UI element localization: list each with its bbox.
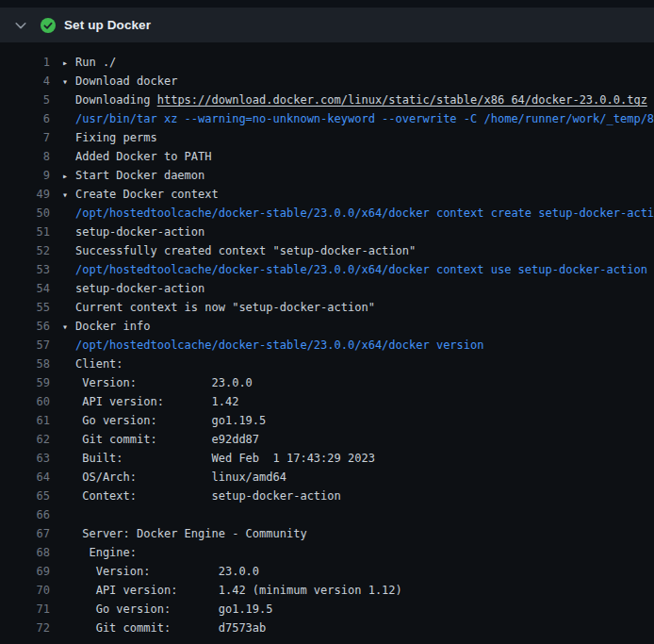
line-number[interactable]: 66	[0, 505, 50, 524]
line-number[interactable]: 72	[0, 619, 50, 637]
line-number[interactable]: 67	[0, 524, 50, 543]
success-check-icon	[41, 18, 56, 33]
log-text: Engine:	[75, 546, 137, 559]
log-group-line[interactable]: 1▸Run ./	[0, 53, 654, 72]
log-text: Run ./	[75, 56, 116, 69]
line-number[interactable]: 55	[0, 298, 50, 317]
line-number[interactable]: 50	[0, 204, 50, 223]
triangle-right-icon: ▸	[62, 167, 75, 185]
log-command-text: /opt/hostedtoolcache/docker-stable/23.0.…	[75, 206, 654, 220]
log-text: Client:	[75, 357, 123, 371]
log-line: 66	[0, 505, 654, 524]
line-number[interactable]: 59	[0, 373, 50, 392]
line-number[interactable]: 71	[0, 600, 50, 619]
log-text: Download docker	[75, 74, 177, 88]
log-text: Current context is now "setup-docker-act…	[75, 301, 375, 314]
log-line: 52Successfully created context "setup-do…	[0, 241, 654, 260]
log-line: 55Current context is now "setup-docker-a…	[0, 298, 654, 317]
log-line: 8Added Docker to PATH	[0, 147, 654, 166]
log-line: 70 API version: 1.42 (minimum version 1.…	[0, 581, 654, 600]
log-line: 65 Context: setup-docker-action	[0, 487, 654, 505]
log-text: API version: 1.42	[75, 395, 238, 408]
log-line: 53/opt/hostedtoolcache/docker-stable/23.…	[0, 260, 654, 279]
actions-log-page: Set up Docker 1▸Run ./4▾Download docker5…	[0, 8, 654, 644]
log-text: Built: Wed Feb 1 17:43:29 2023	[75, 452, 375, 465]
log-text: setup-docker-action	[75, 282, 204, 295]
log-text: Go version: go1.19.5	[75, 414, 266, 427]
line-number[interactable]: 65	[0, 487, 50, 505]
log-group-line[interactable]: 56▾Docker info	[0, 317, 654, 336]
log-line: 51setup-docker-action	[0, 223, 654, 241]
log-text: Server: Docker Engine - Community	[75, 527, 307, 540]
log-line: 63 Built: Wed Feb 1 17:43:29 2023	[0, 449, 654, 468]
line-number[interactable]: 7	[0, 128, 50, 147]
log-line: 62 Git commit: e92dd87	[0, 430, 654, 449]
line-number[interactable]: 69	[0, 562, 50, 581]
line-number[interactable]: 61	[0, 411, 50, 430]
line-number[interactable]: 64	[0, 468, 50, 487]
log-text: Context: setup-docker-action	[75, 489, 341, 503]
line-number[interactable]: 4	[0, 72, 50, 91]
line-number[interactable]: 6	[0, 109, 50, 128]
log-text: Fixing perms	[75, 131, 157, 144]
log-line: 64 OS/Arch: linux/amd64	[0, 468, 654, 487]
log-text: Git commit: d7573ab	[75, 621, 266, 635]
line-number[interactable]: 57	[0, 336, 50, 355]
log-line: 59 Version: 23.0.0	[0, 373, 654, 392]
line-number[interactable]: 5	[0, 91, 50, 109]
log-link[interactable]: https://download.docker.com/linux/static…	[157, 93, 647, 107]
line-number[interactable]: 52	[0, 241, 50, 260]
log-group-line[interactable]: 9▸Start Docker daemon	[0, 166, 654, 185]
log-text-segment: Downloading	[75, 93, 157, 107]
triangle-down-icon: ▾	[62, 186, 75, 204]
log-command-text: /usr/bin/tar xz --warning=no-unknown-key…	[75, 112, 654, 125]
log-line: 54setup-docker-action	[0, 279, 654, 298]
log-text: Create Docker context	[75, 188, 219, 201]
line-number[interactable]: 8	[0, 147, 50, 166]
step-title: Set up Docker	[64, 18, 151, 32]
log-text: Downloading https://download.docker.com/…	[75, 93, 647, 107]
log-line: 5Downloading https://download.docker.com…	[0, 91, 654, 109]
log-line: 50/opt/hostedtoolcache/docker-stable/23.…	[0, 204, 654, 223]
line-number[interactable]: 53	[0, 260, 50, 279]
log-group-line[interactable]: 4▾Download docker	[0, 72, 654, 91]
line-number[interactable]: 49	[0, 185, 50, 204]
log-group-line[interactable]: 49▾Create Docker context	[0, 185, 654, 204]
line-number[interactable]: 51	[0, 223, 50, 241]
log-line: 71 Go version: go1.19.5	[0, 600, 654, 619]
log-line: 69 Version: 23.0.0	[0, 562, 654, 581]
line-number[interactable]: 58	[0, 355, 50, 373]
log-text: Version: 23.0.0	[75, 376, 253, 389]
log-line: 72 Git commit: d7573ab	[0, 619, 654, 637]
log-text: API version: 1.42 (minimum version 1.12)	[75, 584, 402, 597]
log-line: 57/opt/hostedtoolcache/docker-stable/23.…	[0, 336, 654, 355]
line-number[interactable]: 68	[0, 543, 50, 562]
log-text: Go version: go1.19.5	[75, 603, 273, 616]
log-text: Docker info	[75, 320, 150, 333]
chevron-down-icon[interactable]	[13, 18, 28, 33]
log-line: 61 Go version: go1.19.5	[0, 411, 654, 430]
line-number[interactable]: 9	[0, 166, 50, 185]
log-text: Version: 23.0.0	[75, 565, 259, 578]
line-number[interactable]: 70	[0, 581, 50, 600]
log-line: 6/usr/bin/tar xz --warning=no-unknown-ke…	[0, 109, 654, 128]
log-command-text: /opt/hostedtoolcache/docker-stable/23.0.…	[75, 263, 647, 276]
line-number[interactable]: 1	[0, 53, 50, 72]
triangle-down-icon: ▾	[62, 73, 75, 91]
log-line: 60 API version: 1.42	[0, 392, 654, 411]
line-number[interactable]: 54	[0, 279, 50, 298]
log-text: Successfully created context "setup-dock…	[75, 244, 416, 257]
line-number[interactable]: 62	[0, 430, 50, 449]
log-line: 68 Engine:	[0, 543, 654, 562]
line-number[interactable]: 60	[0, 392, 50, 411]
step-header[interactable]: Set up Docker	[0, 8, 654, 42]
log-text: Added Docker to PATH	[75, 150, 212, 163]
log-text: OS/Arch: linux/amd64	[75, 471, 286, 484]
log-line: 7Fixing perms	[0, 128, 654, 147]
line-number[interactable]: 56	[0, 317, 50, 336]
log-line: 67 Server: Docker Engine - Community	[0, 524, 654, 543]
log-text: setup-docker-action	[75, 225, 204, 239]
log-text: Git commit: e92dd87	[75, 433, 259, 446]
line-number[interactable]: 63	[0, 449, 50, 468]
triangle-right-icon: ▸	[62, 54, 75, 72]
